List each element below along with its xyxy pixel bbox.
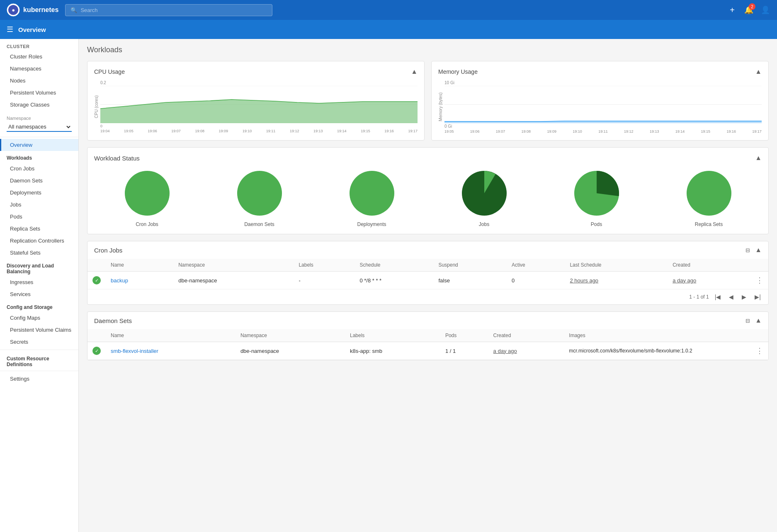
- mem-x-7: 19:12: [624, 129, 634, 134]
- cpu-x-5: 19:09: [219, 129, 228, 133]
- cpu-y-max: 0.2: [100, 80, 106, 85]
- workload-status-title: Workload Status: [94, 155, 140, 162]
- col-namespace: Namespace: [173, 259, 294, 272]
- pagination-info: 1 - 1 of 1: [689, 294, 709, 300]
- sidebar-item-cluster-roles[interactable]: Cluster Roles: [0, 51, 78, 63]
- sidebar-item-secrets[interactable]: Secrets: [0, 336, 78, 348]
- workload-status-collapse-button[interactable]: ▲: [755, 154, 762, 162]
- notification-badge: 2: [749, 3, 755, 10]
- notification-button[interactable]: 🔔 2: [744, 5, 754, 15]
- memory-chart-header: Memory Usage ▲: [438, 68, 762, 75]
- ds-created-link[interactable]: a day ago: [493, 348, 517, 354]
- main-layout: Cluster Cluster Roles Namespaces Nodes P…: [0, 39, 777, 532]
- ds-col-labels: Labels: [345, 329, 440, 342]
- sidebar-item-persistent-volumes[interactable]: Persistent Volumes: [0, 87, 78, 99]
- sidebar-config-header: Config and Storage: [0, 300, 78, 312]
- sidebar-item-cron-jobs[interactable]: Cron Jobs: [0, 163, 78, 175]
- sidebar-item-jobs[interactable]: Jobs: [0, 199, 78, 211]
- search-container[interactable]: 🔍: [65, 4, 272, 16]
- sidebar-divider-3: [0, 371, 78, 371]
- memory-chart-title: Memory Usage: [438, 68, 478, 75]
- page-prev-button[interactable]: ◀: [726, 293, 736, 301]
- status-ok-icon: ✓: [92, 276, 101, 284]
- ds-col-images: Images: [564, 329, 751, 342]
- ds-col-name: Name: [106, 329, 236, 342]
- page-first-button[interactable]: |◀: [712, 293, 724, 301]
- add-button[interactable]: +: [727, 5, 737, 15]
- cpu-chart-collapse-button[interactable]: ▲: [411, 68, 418, 75]
- daemon-sets-collapse-button[interactable]: ▲: [755, 317, 762, 324]
- mem-x-9: 19:14: [675, 129, 685, 134]
- cron-jobs-table-title: Cron Jobs: [94, 247, 122, 254]
- pie-daemon-sets-chart: [235, 168, 284, 218]
- created-link[interactable]: a day ago: [673, 277, 696, 284]
- cpu-x-6: 19:10: [243, 129, 252, 133]
- ds-row-more-options[interactable]: ⋮: [751, 342, 768, 360]
- pie-cron-jobs: Cron Jobs: [122, 168, 172, 227]
- sidebar-item-stateful-sets[interactable]: Stateful Sets: [0, 247, 78, 259]
- namespace-select[interactable]: All namespaces default kube-system dbe-n…: [7, 122, 72, 132]
- sidebar-item-nodes[interactable]: Nodes: [0, 75, 78, 87]
- col-labels: Labels: [294, 259, 355, 272]
- sidebar-item-pvc[interactable]: Persistent Volume Claims: [0, 324, 78, 336]
- user-menu-button[interactable]: 👤: [760, 5, 770, 15]
- cpu-chart-title: CPU Usage: [94, 68, 125, 75]
- ds-row-status: ✓: [87, 342, 106, 360]
- sidebar-item-settings[interactable]: Settings: [0, 373, 78, 385]
- page-last-button[interactable]: ▶|: [752, 293, 763, 301]
- pie-deployments: Deployments: [347, 168, 397, 227]
- mem-x-12: 19:17: [752, 129, 762, 134]
- sidebar-item-namespaces[interactable]: Namespaces: [0, 63, 78, 75]
- memory-y-label: Memory (bytes): [438, 92, 443, 121]
- sidebar-item-ingresses[interactable]: Ingresses: [0, 276, 78, 288]
- cron-jobs-collapse-button[interactable]: ▲: [755, 246, 762, 254]
- ds-col-namespace: Namespace: [236, 329, 345, 342]
- search-input[interactable]: [80, 7, 267, 13]
- sidebar-item-services[interactable]: Services: [0, 288, 78, 300]
- user-icon: 👤: [761, 5, 770, 15]
- ds-row-namespace: dbe-namespace: [236, 342, 345, 360]
- memory-chart-svg: [444, 86, 762, 123]
- pie-jobs: Jobs: [459, 168, 509, 227]
- hamburger-menu-icon[interactable]: ☰: [7, 25, 13, 34]
- pie-cron-jobs-chart: [122, 168, 172, 218]
- sidebar-item-pods[interactable]: Pods: [0, 211, 78, 223]
- cron-job-link[interactable]: backup: [111, 277, 128, 284]
- daemon-sets-filter-icon[interactable]: ⊟: [745, 318, 750, 324]
- cron-jobs-filter-icon[interactable]: ⊟: [745, 247, 750, 253]
- sidebar-item-config-maps[interactable]: Config Maps: [0, 312, 78, 324]
- col-schedule: Schedule: [355, 259, 433, 272]
- sidebar-item-replica-sets[interactable]: Replica Sets: [0, 223, 78, 235]
- daemon-sets-table-card: Daemon Sets ⊟ ▲ Name Namespace Labels Po…: [87, 311, 769, 360]
- sidebar-item-deployments[interactable]: Deployments: [0, 187, 78, 199]
- sidebar-item-storage-classes[interactable]: Storage Classes: [0, 99, 78, 111]
- page-next-button[interactable]: ▶: [739, 293, 749, 301]
- pie-replica-sets-chart: [684, 168, 734, 218]
- daemon-sets-table-title: Daemon Sets: [94, 317, 132, 324]
- add-icon: +: [730, 5, 735, 15]
- cpu-x-1: 19:05: [124, 129, 134, 133]
- memory-chart-collapse-button[interactable]: ▲: [755, 68, 762, 75]
- svg-point-14: [687, 171, 731, 216]
- cpu-y-label: CPU (cores): [94, 95, 99, 118]
- mem-x-1: 19:06: [470, 129, 480, 134]
- sidebar-item-replication-controllers[interactable]: Replication Controllers: [0, 235, 78, 247]
- row-created: a day ago: [668, 272, 751, 289]
- app-logo[interactable]: ⎈ kubernetes: [7, 3, 58, 17]
- sidebar-item-daemon-sets[interactable]: Daemon Sets: [0, 175, 78, 187]
- sidebar-item-overview[interactable]: Overview: [0, 139, 78, 151]
- row-labels: -: [294, 272, 355, 289]
- row-active: 0: [507, 272, 565, 289]
- col-active: Active: [507, 259, 565, 272]
- cron-jobs-pagination: 1 - 1 of 1 |◀ ◀ ▶ ▶|: [87, 289, 768, 304]
- row-more-options[interactable]: ⋮: [751, 272, 768, 289]
- cpu-y-min: 0: [100, 124, 102, 128]
- mem-x-3: 19:08: [522, 129, 531, 134]
- page-title: Overview: [18, 26, 46, 33]
- daemon-set-link[interactable]: smb-flexvol-installer: [111, 348, 158, 354]
- cron-jobs-table: Name Namespace Labels Schedule Suspend A…: [87, 259, 768, 289]
- cpu-x-4: 19:08: [195, 129, 204, 133]
- svg-text:⎈: ⎈: [12, 8, 15, 12]
- last-schedule-link[interactable]: 2 hours ago: [570, 277, 598, 284]
- top-navigation: ⎈ kubernetes 🔍 + 🔔 2 👤: [0, 0, 777, 20]
